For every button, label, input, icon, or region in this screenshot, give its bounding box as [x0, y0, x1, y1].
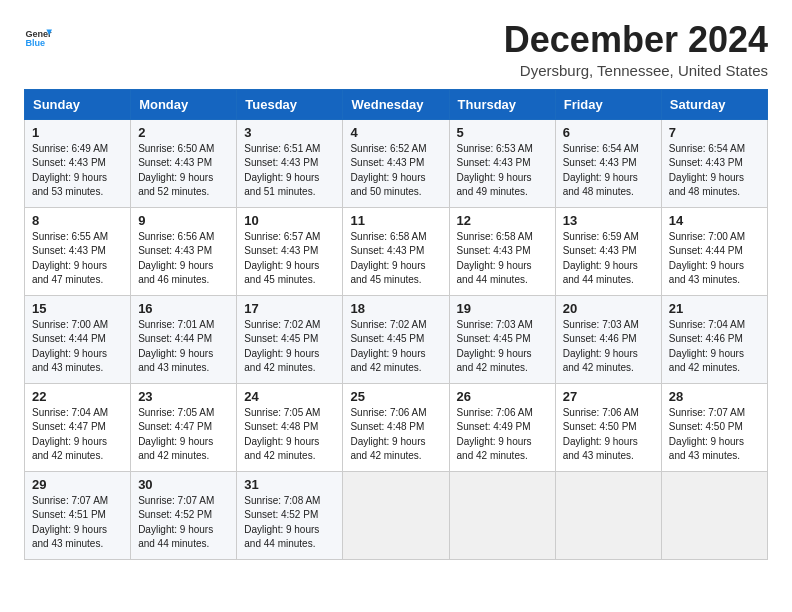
header-cell-tuesday: Tuesday: [237, 89, 343, 119]
header-cell-saturday: Saturday: [661, 89, 767, 119]
calendar-cell: 7 Sunrise: 6:54 AMSunset: 4:43 PMDayligh…: [661, 119, 767, 207]
day-number: 12: [457, 213, 548, 228]
calendar-cell: [555, 471, 661, 559]
calendar-week-4: 22 Sunrise: 7:04 AMSunset: 4:47 PMDaylig…: [25, 383, 768, 471]
day-info: Sunrise: 7:00 AMSunset: 4:44 PMDaylight:…: [669, 230, 760, 288]
day-number: 31: [244, 477, 335, 492]
calendar-cell: 25 Sunrise: 7:06 AMSunset: 4:48 PMDaylig…: [343, 383, 449, 471]
day-info: Sunrise: 6:49 AMSunset: 4:43 PMDaylight:…: [32, 142, 123, 200]
day-number: 2: [138, 125, 229, 140]
day-number: 29: [32, 477, 123, 492]
day-number: 16: [138, 301, 229, 316]
day-number: 5: [457, 125, 548, 140]
day-info: Sunrise: 7:04 AMSunset: 4:46 PMDaylight:…: [669, 318, 760, 376]
day-info: Sunrise: 7:06 AMSunset: 4:48 PMDaylight:…: [350, 406, 441, 464]
calendar-cell: 13 Sunrise: 6:59 AMSunset: 4:43 PMDaylig…: [555, 207, 661, 295]
day-number: 13: [563, 213, 654, 228]
day-number: 28: [669, 389, 760, 404]
calendar-cell: [449, 471, 555, 559]
calendar-cell: 16 Sunrise: 7:01 AMSunset: 4:44 PMDaylig…: [131, 295, 237, 383]
header: General Blue December 2024 Dyersburg, Te…: [24, 20, 768, 79]
day-number: 1: [32, 125, 123, 140]
calendar-cell: 11 Sunrise: 6:58 AMSunset: 4:43 PMDaylig…: [343, 207, 449, 295]
logo-icon: General Blue: [24, 24, 52, 52]
calendar-cell: 9 Sunrise: 6:56 AMSunset: 4:43 PMDayligh…: [131, 207, 237, 295]
day-info: Sunrise: 6:53 AMSunset: 4:43 PMDaylight:…: [457, 142, 548, 200]
day-info: Sunrise: 6:56 AMSunset: 4:43 PMDaylight:…: [138, 230, 229, 288]
day-info: Sunrise: 6:50 AMSunset: 4:43 PMDaylight:…: [138, 142, 229, 200]
day-info: Sunrise: 7:04 AMSunset: 4:47 PMDaylight:…: [32, 406, 123, 464]
day-number: 10: [244, 213, 335, 228]
day-info: Sunrise: 7:02 AMSunset: 4:45 PMDaylight:…: [350, 318, 441, 376]
logo: General Blue: [24, 24, 52, 52]
month-title: December 2024: [504, 20, 768, 60]
day-number: 22: [32, 389, 123, 404]
day-number: 19: [457, 301, 548, 316]
day-number: 3: [244, 125, 335, 140]
calendar-cell: 2 Sunrise: 6:50 AMSunset: 4:43 PMDayligh…: [131, 119, 237, 207]
day-info: Sunrise: 6:51 AMSunset: 4:43 PMDaylight:…: [244, 142, 335, 200]
day-info: Sunrise: 6:55 AMSunset: 4:43 PMDaylight:…: [32, 230, 123, 288]
day-info: Sunrise: 6:54 AMSunset: 4:43 PMDaylight:…: [563, 142, 654, 200]
calendar-cell: 30 Sunrise: 7:07 AMSunset: 4:52 PMDaylig…: [131, 471, 237, 559]
calendar-cell: 4 Sunrise: 6:52 AMSunset: 4:43 PMDayligh…: [343, 119, 449, 207]
svg-text:Blue: Blue: [25, 38, 45, 48]
day-number: 25: [350, 389, 441, 404]
day-number: 23: [138, 389, 229, 404]
calendar-cell: [661, 471, 767, 559]
day-info: Sunrise: 7:03 AMSunset: 4:45 PMDaylight:…: [457, 318, 548, 376]
calendar-cell: 8 Sunrise: 6:55 AMSunset: 4:43 PMDayligh…: [25, 207, 131, 295]
day-info: Sunrise: 6:58 AMSunset: 4:43 PMDaylight:…: [350, 230, 441, 288]
day-number: 14: [669, 213, 760, 228]
day-number: 15: [32, 301, 123, 316]
day-info: Sunrise: 7:06 AMSunset: 4:50 PMDaylight:…: [563, 406, 654, 464]
day-number: 30: [138, 477, 229, 492]
day-number: 6: [563, 125, 654, 140]
calendar-cell: 22 Sunrise: 7:04 AMSunset: 4:47 PMDaylig…: [25, 383, 131, 471]
day-number: 27: [563, 389, 654, 404]
header-cell-wednesday: Wednesday: [343, 89, 449, 119]
day-number: 21: [669, 301, 760, 316]
calendar-cell: 17 Sunrise: 7:02 AMSunset: 4:45 PMDaylig…: [237, 295, 343, 383]
location-title: Dyersburg, Tennessee, United States: [504, 62, 768, 79]
day-info: Sunrise: 6:54 AMSunset: 4:43 PMDaylight:…: [669, 142, 760, 200]
calendar-cell: 24 Sunrise: 7:05 AMSunset: 4:48 PMDaylig…: [237, 383, 343, 471]
day-number: 18: [350, 301, 441, 316]
day-number: 20: [563, 301, 654, 316]
calendar-week-3: 15 Sunrise: 7:00 AMSunset: 4:44 PMDaylig…: [25, 295, 768, 383]
day-number: 7: [669, 125, 760, 140]
day-number: 17: [244, 301, 335, 316]
calendar-header-row: SundayMondayTuesdayWednesdayThursdayFrid…: [25, 89, 768, 119]
header-cell-sunday: Sunday: [25, 89, 131, 119]
calendar-cell: 15 Sunrise: 7:00 AMSunset: 4:44 PMDaylig…: [25, 295, 131, 383]
calendar-cell: 1 Sunrise: 6:49 AMSunset: 4:43 PMDayligh…: [25, 119, 131, 207]
day-info: Sunrise: 6:52 AMSunset: 4:43 PMDaylight:…: [350, 142, 441, 200]
day-number: 8: [32, 213, 123, 228]
day-info: Sunrise: 7:05 AMSunset: 4:48 PMDaylight:…: [244, 406, 335, 464]
calendar-cell: 6 Sunrise: 6:54 AMSunset: 4:43 PMDayligh…: [555, 119, 661, 207]
calendar-week-5: 29 Sunrise: 7:07 AMSunset: 4:51 PMDaylig…: [25, 471, 768, 559]
calendar-week-2: 8 Sunrise: 6:55 AMSunset: 4:43 PMDayligh…: [25, 207, 768, 295]
day-number: 24: [244, 389, 335, 404]
day-info: Sunrise: 7:07 AMSunset: 4:50 PMDaylight:…: [669, 406, 760, 464]
calendar-cell: [343, 471, 449, 559]
calendar-cell: 21 Sunrise: 7:04 AMSunset: 4:46 PMDaylig…: [661, 295, 767, 383]
day-number: 4: [350, 125, 441, 140]
calendar-cell: 12 Sunrise: 6:58 AMSunset: 4:43 PMDaylig…: [449, 207, 555, 295]
calendar-cell: 27 Sunrise: 7:06 AMSunset: 4:50 PMDaylig…: [555, 383, 661, 471]
day-info: Sunrise: 7:05 AMSunset: 4:47 PMDaylight:…: [138, 406, 229, 464]
title-area: December 2024 Dyersburg, Tennessee, Unit…: [504, 20, 768, 79]
day-info: Sunrise: 7:02 AMSunset: 4:45 PMDaylight:…: [244, 318, 335, 376]
calendar-table: SundayMondayTuesdayWednesdayThursdayFrid…: [24, 89, 768, 560]
day-info: Sunrise: 7:03 AMSunset: 4:46 PMDaylight:…: [563, 318, 654, 376]
calendar-body: 1 Sunrise: 6:49 AMSunset: 4:43 PMDayligh…: [25, 119, 768, 559]
day-info: Sunrise: 7:07 AMSunset: 4:51 PMDaylight:…: [32, 494, 123, 552]
day-info: Sunrise: 7:01 AMSunset: 4:44 PMDaylight:…: [138, 318, 229, 376]
calendar-week-1: 1 Sunrise: 6:49 AMSunset: 4:43 PMDayligh…: [25, 119, 768, 207]
day-info: Sunrise: 7:00 AMSunset: 4:44 PMDaylight:…: [32, 318, 123, 376]
day-info: Sunrise: 7:06 AMSunset: 4:49 PMDaylight:…: [457, 406, 548, 464]
day-number: 26: [457, 389, 548, 404]
day-number: 11: [350, 213, 441, 228]
calendar-cell: 26 Sunrise: 7:06 AMSunset: 4:49 PMDaylig…: [449, 383, 555, 471]
calendar-cell: 23 Sunrise: 7:05 AMSunset: 4:47 PMDaylig…: [131, 383, 237, 471]
